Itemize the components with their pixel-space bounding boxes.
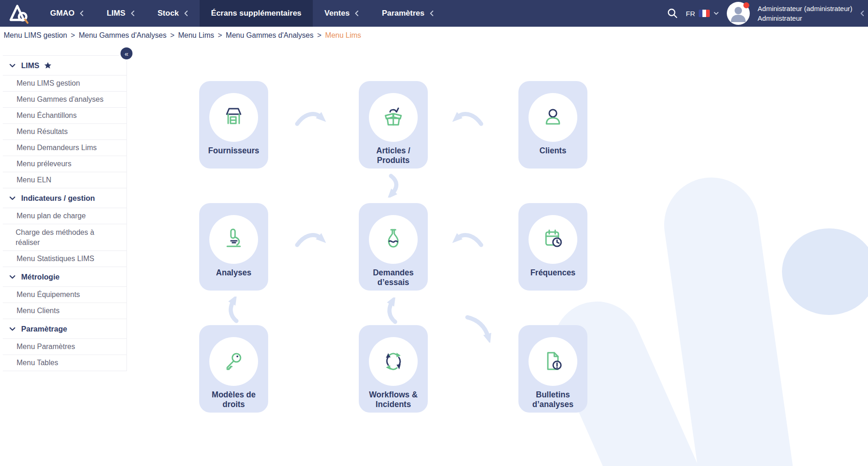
card-label: Articles / Produits <box>359 146 428 166</box>
sidebar-collapse-button[interactable]: « <box>119 46 134 61</box>
nav-item-label: GMAO <box>50 9 75 18</box>
card-icon-circle <box>529 215 577 264</box>
main-nav: GMAO LIMS Stock Écrans supplémentaires V… <box>39 0 445 27</box>
chevron-left-icon <box>80 10 84 17</box>
key-icon <box>221 349 247 374</box>
card-analyses[interactable]: Analyses <box>199 203 268 291</box>
breadcrumb: Menu LIMS gestion > Menu Gammes d'Analys… <box>0 27 868 44</box>
sidebar-section-parametrage[interactable]: Paramètrage <box>3 319 126 339</box>
module-card-grid: Fournisseurs Articles / Produits <box>199 81 587 413</box>
sidebar-section-label: Indicateurs / gestion <box>21 194 95 203</box>
nav-item-label: Stock <box>158 9 179 18</box>
nav-item-ecrans-supplementaires[interactable]: Écrans supplémentaires <box>200 0 313 27</box>
sidebar-item-menu-tables[interactable]: Menu Tables <box>3 355 126 371</box>
card-modeles-de-droits[interactable]: Modèles de droits <box>199 325 268 413</box>
nav-item-stock[interactable]: Stock <box>146 0 200 27</box>
sidebar-item-menu-gammes-analyses[interactable]: Menu Gammes d'analyses <box>3 92 126 108</box>
aq-logo-icon <box>8 3 31 24</box>
sidebar-section-indicateurs-gestion[interactable]: Indicateurs / gestion <box>3 188 126 208</box>
chevron-down-icon <box>9 64 16 68</box>
card-workflows-incidents[interactable]: Workflows & Incidents <box>359 325 428 413</box>
panel-collapse-chevron[interactable] <box>860 10 864 18</box>
star-icon <box>44 61 52 70</box>
card-bulletins-analyses[interactable]: Bulletins d’analyses <box>518 325 587 413</box>
chevron-left-icon <box>430 10 434 17</box>
user-menu[interactable]: Administrateur (administrateur) Administ… <box>758 4 852 23</box>
breadcrumb-separator: > <box>71 31 75 40</box>
sidebar-item-menu-eln[interactable]: Menu ELN <box>3 172 126 188</box>
card-label: Fournisseurs <box>199 146 268 156</box>
topbar-right: FR Administrateur (administrateur) Admin… <box>667 2 868 25</box>
sidebar-item-menu-lims-gestion[interactable]: Menu LIMS gestion <box>3 76 126 92</box>
nav-item-lims[interactable]: LIMS <box>95 0 146 27</box>
language-selector[interactable]: FR <box>686 10 719 17</box>
page: GMAO LIMS Stock Écrans supplémentaires V… <box>0 0 868 466</box>
app-logo[interactable] <box>0 0 39 27</box>
card-icon-circle <box>209 93 258 142</box>
breadcrumb-item[interactable]: Menu Lims <box>178 31 214 40</box>
breadcrumb-item[interactable]: Menu LIMS gestion <box>4 31 67 40</box>
sidebar-item-menu-demandeurs-lims[interactable]: Menu Demandeurs Lims <box>3 140 126 156</box>
french-flag-icon <box>699 10 710 17</box>
flask-icon <box>380 227 406 252</box>
card-icon-circle <box>529 93 577 142</box>
notification-dot <box>743 2 749 8</box>
chevron-down-icon <box>9 327 16 331</box>
chevron-down-icon <box>9 275 16 279</box>
chevron-left-icon <box>355 10 359 17</box>
card-label: Modèles de droits <box>199 390 268 410</box>
avatar[interactable] <box>727 2 750 25</box>
card-label: Clients <box>518 146 587 156</box>
breadcrumb-separator: > <box>218 31 222 40</box>
sidebar-item-menu-resultats[interactable]: Menu Résultats <box>3 124 126 140</box>
card-label: Bulletins d’analyses <box>518 390 587 410</box>
card-label: Analyses <box>199 268 268 278</box>
calendar-clock-icon <box>540 227 566 252</box>
card-clients[interactable]: Clients <box>518 81 587 169</box>
document-alert-icon <box>540 349 566 374</box>
sidebar-item-menu-echantillons[interactable]: Menu Échantillons <box>3 108 126 124</box>
sidebar-item-menu-parametres[interactable]: Menu Paramètres <box>3 339 126 355</box>
card-icon-circle <box>369 215 418 264</box>
breadcrumb-separator: > <box>317 31 322 40</box>
nav-item-ventes[interactable]: Ventes <box>313 0 370 27</box>
card-icon-circle <box>369 93 418 142</box>
search-icon[interactable] <box>667 8 678 19</box>
sidebar-item-menu-plan-de-charge[interactable]: Menu plan de charge <box>3 208 126 224</box>
card-icon-circle <box>209 215 258 264</box>
nav-item-label: LIMS <box>107 9 126 18</box>
card-label: Fréquences <box>518 268 587 278</box>
card-icon-circle <box>529 337 577 386</box>
breadcrumb-item[interactable]: Menu Gammes d'Analyses <box>79 31 167 40</box>
sidebar-item-menu-equipements[interactable]: Menu Équipements <box>3 287 126 303</box>
sidebar-item-menu-clients[interactable]: Menu Clients <box>3 303 126 319</box>
sidebar-item-charge-des-methodes[interactable]: Charge des méthodes à réaliser <box>3 224 126 251</box>
microscope-icon <box>221 227 247 252</box>
breadcrumb-current: Menu Lims <box>325 31 361 40</box>
card-icon-circle <box>209 337 258 386</box>
chevron-left-icon <box>184 10 188 17</box>
card-frequences[interactable]: Fréquences <box>518 203 587 291</box>
sidebar-section-label: Paramètrage <box>21 325 67 333</box>
chevron-down-icon <box>9 196 16 200</box>
breadcrumb-item[interactable]: Menu Gammes d'Analyses <box>226 31 314 40</box>
nav-item-label: Écrans supplémentaires <box>211 9 302 18</box>
sidebar-section-label: LIMS <box>21 61 39 70</box>
nav-item-label: Paramètres <box>382 9 425 18</box>
language-code: FR <box>686 10 695 17</box>
nav-item-parametres[interactable]: Paramètres <box>370 0 445 27</box>
sidebar-item-menu-preleveurs[interactable]: Menu préleveurs <box>3 156 126 172</box>
sidebar-item-menu-statistiques-lims[interactable]: Menu Statistiques LIMS <box>3 251 126 267</box>
nav-item-label: Ventes <box>324 9 350 18</box>
top-navbar: GMAO LIMS Stock Écrans supplémentaires V… <box>0 0 868 27</box>
nav-item-gmao[interactable]: GMAO <box>39 0 95 27</box>
card-articles-produits[interactable]: Articles / Produits <box>359 81 428 169</box>
person-icon <box>540 105 566 130</box>
sidebar-section-lims[interactable]: LIMS <box>3 56 126 76</box>
card-demandes-essais[interactable]: Demandes d’essais <box>359 203 428 291</box>
workflow-cycle-icon <box>380 349 406 374</box>
sidebar-section-metrologie[interactable]: Métrologie <box>3 267 126 287</box>
sidebar-section-label: Métrologie <box>21 273 59 281</box>
card-fournisseurs[interactable]: Fournisseurs <box>199 81 268 169</box>
sidebar: LIMS Menu LIMS gestion Menu Gammes d'ana… <box>3 55 127 371</box>
